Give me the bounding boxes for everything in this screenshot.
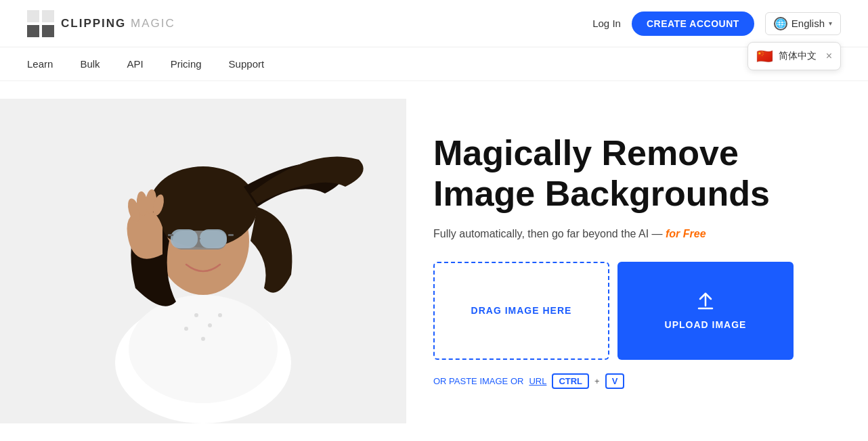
chevron-down-icon: ▾ — [829, 20, 832, 27]
language-selector[interactable]: 🌐 English ▾ — [765, 12, 841, 35]
create-account-button[interactable]: CREATE ACCOUNT — [632, 11, 754, 36]
drag-label: DRAG IMAGE HERE — [471, 305, 572, 316]
for-free-text: for Free — [663, 228, 706, 239]
upload-area: DRAG IMAGE HERE UPLOAD IMAGE — [433, 262, 827, 360]
nav-bulk[interactable]: Bulk — [80, 58, 100, 70]
ctrl-key: CTRL — [552, 373, 589, 389]
logo[interactable]: CLIPPING MAGIC — [27, 10, 175, 37]
nav-api[interactable]: API — [127, 58, 144, 70]
drag-drop-zone[interactable]: DRAG IMAGE HERE — [433, 262, 609, 360]
svg-point-22 — [184, 327, 188, 331]
chinese-flag-icon: 🇨🇳 — [756, 48, 773, 64]
main-content: Magically Remove Image Backgrounds Fully… — [0, 81, 868, 441]
svg-point-24 — [201, 337, 205, 341]
nav-pricing[interactable]: Pricing — [171, 58, 202, 70]
paste-row: OR PASTE IMAGE OR URL CTRL + V — [433, 373, 827, 389]
chinese-language-label: 简体中文 — [779, 50, 817, 62]
language-label: English — [791, 18, 825, 29]
upload-label: UPLOAD IMAGE — [665, 319, 747, 330]
svg-point-6 — [129, 295, 278, 403]
nav-learn[interactable]: Learn — [27, 58, 53, 70]
svg-rect-0 — [27, 10, 39, 22]
svg-rect-2 — [27, 25, 39, 37]
language-dropdown: 🇨🇳 简体中文 × — [747, 42, 841, 70]
svg-rect-15 — [228, 234, 234, 236]
plus-sign: + — [594, 376, 600, 386]
login-link[interactable]: Log In — [592, 18, 621, 29]
svg-point-20 — [194, 313, 198, 317]
svg-rect-11 — [171, 229, 198, 248]
logo-icon — [27, 10, 54, 37]
upload-button[interactable]: UPLOAD IMAGE — [617, 262, 794, 360]
header: CLIPPING MAGIC Log In CREATE ACCOUNT 🌐 E… — [0, 0, 868, 47]
svg-rect-12 — [200, 229, 227, 248]
header-right: Log In CREATE ACCOUNT 🌐 English ▾ — [592, 11, 841, 36]
svg-rect-1 — [42, 10, 54, 22]
svg-rect-3 — [42, 25, 54, 37]
main-nav: Learn Bulk API Pricing Support — [0, 47, 868, 81]
v-key: V — [605, 373, 625, 389]
upload-icon — [695, 291, 716, 312]
paste-url-link[interactable]: URL — [529, 376, 546, 386]
logo-text: CLIPPING MAGIC — [61, 17, 175, 30]
svg-point-23 — [218, 313, 222, 317]
paste-text: OR PASTE IMAGE OR — [433, 376, 523, 386]
globe-icon: 🌐 — [774, 17, 787, 30]
svg-rect-14 — [168, 234, 173, 236]
svg-point-21 — [208, 323, 212, 327]
hero-woman-svg — [0, 99, 406, 423]
close-language-button[interactable]: × — [826, 50, 832, 62]
hero-content: Magically Remove Image Backgrounds Fully… — [406, 106, 868, 416]
nav-support[interactable]: Support — [229, 58, 265, 70]
hero-image — [0, 99, 406, 423]
hero-subtitle: Fully automatically, then go far beyond … — [433, 228, 827, 240]
hero-title: Magically Remove Image Backgrounds — [433, 133, 827, 214]
